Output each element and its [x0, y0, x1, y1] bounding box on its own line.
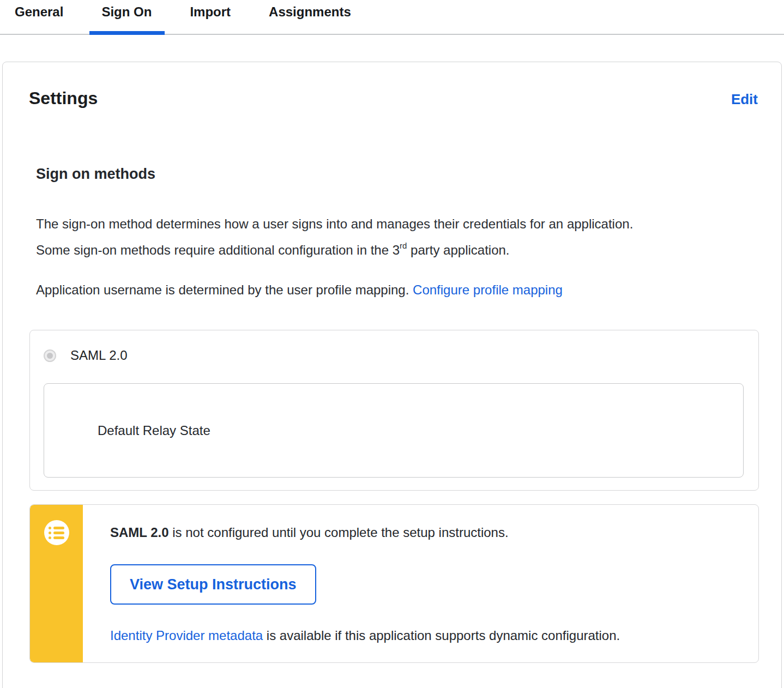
metadata-line-rest: is available if this application support… — [263, 628, 620, 643]
ordinal-superscript: rd — [400, 241, 407, 250]
default-relay-state-label: Default Relay State — [98, 423, 210, 438]
tab-general[interactable]: General — [15, 0, 63, 34]
username-mapping-text: Application username is determined by th… — [36, 282, 413, 297]
username-mapping-line: Application username is determined by th… — [36, 277, 758, 303]
view-setup-instructions-button[interactable]: View Setup Instructions — [110, 564, 316, 605]
app-tab-bar: General Sign On Import Assignments — [0, 0, 784, 35]
callout-accent-band — [30, 505, 83, 662]
settings-card-header: Settings Edit — [29, 88, 758, 108]
page-title: Settings — [29, 88, 98, 108]
saml-radio-label: SAML 2.0 — [70, 348, 128, 363]
callout-message: SAML 2.0 is not configured until you com… — [110, 524, 620, 540]
metadata-line: Identity Provider metadata is available … — [110, 627, 620, 643]
sign-on-description: The sign-on method determines how a user… — [36, 211, 647, 263]
description-text: The sign-on method determines how a user… — [36, 216, 633, 257]
description-text-tail: party application. — [407, 243, 509, 257]
edit-settings-link[interactable]: Edit — [731, 91, 758, 108]
settings-card: Settings Edit Sign on methods The sign-o… — [2, 62, 782, 688]
identity-provider-metadata-link[interactable]: Identity Provider metadata — [110, 628, 263, 643]
callout-message-bold: SAML 2.0 — [110, 525, 169, 540]
saml-method-box: SAML 2.0 Default Relay State — [29, 330, 759, 491]
tab-import[interactable]: Import — [190, 0, 231, 34]
sign-on-methods-section: Sign on methods The sign-on method deter… — [36, 166, 758, 663]
saml-radio-button[interactable] — [44, 349, 56, 362]
default-relay-state-field: Default Relay State — [44, 383, 744, 478]
saml-radio-row: SAML 2.0 — [44, 348, 744, 363]
list-icon — [44, 520, 69, 545]
sign-on-methods-heading: Sign on methods — [36, 166, 758, 183]
tab-assignments[interactable]: Assignments — [269, 0, 351, 34]
configure-profile-mapping-link[interactable]: Configure profile mapping — [413, 282, 563, 297]
saml-setup-callout: SAML 2.0 is not configured until you com… — [29, 504, 759, 663]
callout-body: SAML 2.0 is not configured until you com… — [83, 505, 642, 662]
radio-dot — [47, 353, 53, 359]
tab-sign-on[interactable]: Sign On — [101, 0, 152, 34]
callout-message-rest: is not configured until you complete the… — [169, 525, 509, 540]
